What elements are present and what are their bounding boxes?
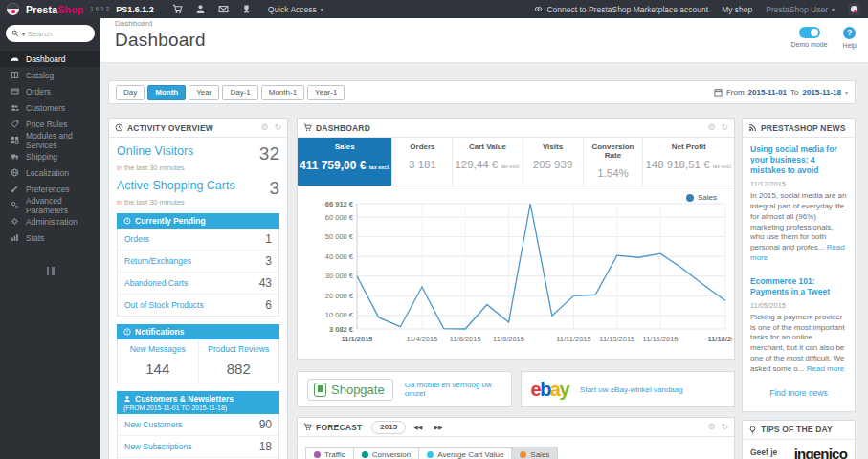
page-header: Dashboard Dashboard Demo mode ? Help: [100, 18, 868, 63]
kpi-orders[interactable]: Orders 3 181: [391, 138, 452, 186]
legend-dot-icon: [686, 194, 694, 202]
news-article-title[interactable]: Ecommerce 101: Payments in a Tweet: [750, 276, 847, 297]
chart-legend[interactable]: Sales: [686, 193, 717, 202]
range-button-month[interactable]: Month: [147, 85, 186, 100]
panel-settings-icon[interactable]: ⚙: [260, 123, 268, 132]
ebay-logo[interactable]: ebay: [531, 380, 569, 399]
range-button-year[interactable]: Year: [189, 85, 219, 100]
panel-refresh-icon[interactable]: ↻: [274, 123, 281, 132]
sidebar-item-customers[interactable]: Customers: [0, 99, 100, 116]
sales-chart: 66 912 €60 000 €50 000 €40 000 €30 000 €…: [300, 190, 732, 355]
sidebar-item-localization[interactable]: Localization: [0, 164, 100, 181]
search-input[interactable]: [28, 30, 78, 38]
table-row: Out of Stock Products6: [118, 295, 278, 316]
kpi-conversion-rate[interactable]: Conversion Rate 1.54%: [583, 138, 643, 186]
legend-conversion-button[interactable]: Conversion: [353, 447, 419, 459]
sidebar-item-catalog[interactable]: Catalog: [0, 67, 100, 83]
truck-icon: [11, 152, 19, 161]
trophy-icon[interactable]: [241, 4, 252, 14]
dashboard-icon: [11, 55, 19, 63]
sidebar-item-preferences[interactable]: Preferences: [0, 181, 100, 197]
cart-icon[interactable]: [172, 4, 183, 14]
range-button-month-1[interactable]: Month-1: [261, 85, 304, 100]
kpi-strip: Sales 411 759,00 € tax excl. Orders 3 18…: [298, 138, 734, 186]
collapse-sidebar-button[interactable]: [45, 267, 56, 275]
user-avatar[interactable]: [848, 3, 860, 15]
returns-link[interactable]: Return/Exchanges: [124, 256, 191, 266]
find-more-news-link[interactable]: Find more news: [750, 388, 847, 398]
panel-refresh-icon[interactable]: ↻: [721, 123, 728, 132]
clock-icon: [123, 217, 131, 225]
kpi-net-profit[interactable]: Net Profit 148 918,51 € tax excl.: [642, 138, 734, 186]
product-reviews-link[interactable]: Product Reviews: [201, 344, 278, 354]
sidebar-item-advanced-parameters[interactable]: Advanced Parameters: [0, 197, 100, 213]
date-range-picker[interactable]: From2015-11-01 To2015-11-18 ▾: [714, 88, 848, 97]
kpi-visits[interactable]: Visits 205 939: [523, 138, 583, 186]
sidebar-item-price-rules[interactable]: Price Rules: [0, 116, 100, 132]
messages-icon[interactable]: [218, 4, 229, 14]
range-button-day-1[interactable]: Day-1: [222, 85, 257, 100]
new-messages-link[interactable]: New Messages: [120, 344, 196, 354]
sidebar-item-stats[interactable]: Stats: [0, 230, 100, 246]
news-article: Using social media for your business: 4 …: [750, 144, 847, 264]
svg-text:11/4/2015: 11/4/2015: [407, 335, 438, 343]
shopgate-logo[interactable]: Shopgate: [307, 379, 393, 401]
online-visitors-link[interactable]: Online Visitors: [117, 144, 193, 158]
svg-text:11/8/2015: 11/8/2015: [493, 335, 524, 343]
sidebar-item-modules[interactable]: Modules and Services: [0, 132, 100, 148]
read-more-link[interactable]: Read more: [807, 364, 845, 373]
range-button-day[interactable]: Day: [116, 85, 145, 100]
kpi-cart-value[interactable]: Cart Value 129,44 € tax excl.: [452, 138, 522, 186]
help-icon[interactable]: ?: [843, 27, 856, 39]
ebay-link[interactable]: Start uw eBay-winkel vandaag: [580, 385, 683, 394]
svg-text:60 000 €: 60 000 €: [325, 213, 354, 222]
dashboard-panel: DASHBOARD ⚙ ↻ Sales 411 759,00 € tax exc…: [297, 118, 735, 360]
marketplace-connect-link[interactable]: Connect to PrestaShop Marketplace accoun…: [534, 5, 708, 14]
orders-link[interactable]: Orders: [124, 234, 149, 244]
panel-settings-icon[interactable]: ⚙: [707, 423, 715, 431]
legend-sales-button[interactable]: Sales: [511, 447, 558, 459]
sidebar-item-shipping[interactable]: Shipping: [0, 148, 100, 164]
activity-overview-panel: ACTIVITY OVERVIEW ⚙ ↻ Online Visitors 32…: [108, 118, 288, 459]
kpi-sales[interactable]: Sales 411 759,00 € tax excl.: [298, 138, 391, 186]
news-article-title[interactable]: Using social media for your business: 4 …: [750, 144, 847, 176]
wrench-icon: [11, 185, 19, 193]
person-icon: [123, 395, 131, 403]
user-menu[interactable]: PrestaShop User▾: [766, 5, 835, 14]
gear-icon: [11, 217, 19, 226]
forecast-year: 2015: [371, 421, 406, 434]
next-year-button[interactable]: ▶▶: [430, 421, 446, 433]
active-carts-link[interactable]: Active Shopping Carts: [117, 179, 235, 192]
out-of-stock-link[interactable]: Out of Stock Products: [124, 300, 204, 310]
online-visitors-value: 32: [259, 144, 279, 163]
panel-settings-icon[interactable]: ⚙: [707, 123, 715, 132]
previous-year-button[interactable]: ◀◀: [410, 421, 426, 433]
svg-text:20 000 €: 20 000 €: [325, 292, 354, 300]
sidebar-item-orders[interactable]: Orders: [0, 83, 100, 99]
legend-average-cart-value-button[interactable]: Average Cart Value: [418, 447, 512, 459]
sidebar: ▾ Dashboard Catalog Orders Customers Pri…: [0, 18, 100, 459]
legend-traffic-button[interactable]: Traffic: [305, 447, 354, 459]
svg-text:11/1/2015: 11/1/2015: [342, 335, 373, 343]
employee-icon[interactable]: [195, 4, 206, 14]
svg-text:11/18/2015: 11/18/2015: [707, 335, 732, 343]
brand-version: 1.6.1.2: [90, 6, 109, 12]
rss-icon: [748, 123, 757, 132]
sidebar-item-dashboard[interactable]: Dashboard: [0, 51, 100, 67]
exclamation-icon: [123, 328, 131, 336]
panel-refresh-icon[interactable]: ↻: [721, 423, 728, 431]
search-icon: [11, 30, 19, 37]
range-button-year-1[interactable]: Year-1: [307, 85, 345, 100]
new-subscriptions-link[interactable]: New Subscriptions: [124, 442, 191, 451]
sidebar-item-administration[interactable]: Administration: [0, 213, 100, 230]
new-customers-link[interactable]: New Customers: [124, 420, 182, 429]
quick-access-menu[interactable]: Quick Access▾: [268, 5, 323, 14]
shopgate-link[interactable]: Ga mobiel en verhoog uw omzet: [405, 381, 501, 398]
search-scope-caret-icon[interactable]: ▾: [22, 31, 25, 37]
abandoned-carts-link[interactable]: Abandoned Carts: [124, 278, 188, 288]
my-shop-link[interactable]: My shop: [722, 5, 752, 14]
sidebar-search[interactable]: ▾: [6, 25, 95, 42]
sales-dot-icon: [520, 451, 526, 458]
demo-mode-toggle[interactable]: [799, 27, 820, 38]
ingenico-logo[interactable]: ingenico Payment services: [784, 448, 847, 459]
